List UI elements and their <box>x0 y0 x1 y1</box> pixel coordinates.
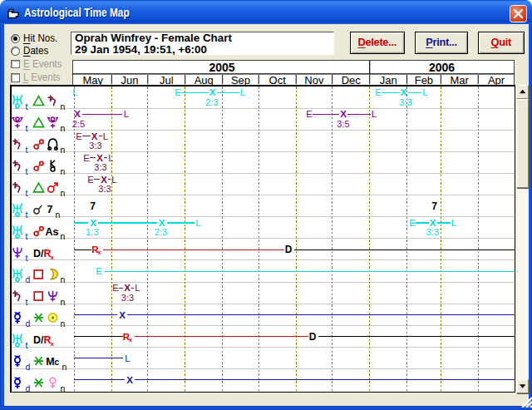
svg-text:n: n <box>61 123 66 133</box>
svg-text:n: n <box>62 362 67 372</box>
svg-text:X: X <box>124 283 131 293</box>
svg-text:E: E <box>76 131 82 141</box>
svg-text:n: n <box>61 145 66 155</box>
svg-text:E: E <box>87 175 94 185</box>
svg-text:L: L <box>372 109 377 119</box>
svg-text:X: X <box>430 218 436 228</box>
svg-text:X: X <box>209 87 216 97</box>
svg-text:L: L <box>451 218 457 228</box>
svg-text:Jun: Jun <box>121 74 139 86</box>
svg-text:E: E <box>96 266 102 276</box>
svg-text:3:5: 3:5 <box>337 119 349 129</box>
svg-text:3:3: 3:3 <box>121 293 134 303</box>
svg-text:Jul: Jul <box>160 74 174 86</box>
svg-text:t: t <box>26 231 28 241</box>
svg-text:Aug: Aug <box>195 74 214 86</box>
svg-text:x: x <box>98 249 101 255</box>
svg-text:n: n <box>61 274 66 284</box>
svg-text:D/: D/ <box>33 248 44 259</box>
svg-text:X: X <box>91 131 98 141</box>
svg-text:E: E <box>175 87 181 97</box>
svg-text:n: n <box>61 166 66 176</box>
svg-text:L: L <box>422 87 428 97</box>
svg-text:X: X <box>90 218 96 228</box>
svg-text:Sep: Sep <box>231 74 250 86</box>
svg-text:d: d <box>26 274 31 284</box>
svg-text:7: 7 <box>431 200 437 212</box>
svg-text:1:3: 1:3 <box>86 227 98 237</box>
svg-text:3:3: 3:3 <box>94 162 106 172</box>
svg-text:Jan: Jan <box>380 74 397 86</box>
svg-text:L: L <box>135 283 140 293</box>
svg-text:L: L <box>240 87 246 97</box>
svg-text:L: L <box>111 175 117 185</box>
svg-text:t: t <box>26 123 28 133</box>
svg-text:Mar: Mar <box>451 74 470 86</box>
svg-text:2:3: 2:3 <box>155 227 167 237</box>
svg-text:D: D <box>285 244 293 255</box>
svg-text:Dec: Dec <box>342 74 362 86</box>
svg-text:X: X <box>96 153 103 163</box>
svg-text:n: n <box>61 231 66 241</box>
svg-text:d: d <box>26 383 31 393</box>
svg-text:7: 7 <box>47 204 53 215</box>
svg-text:x: x <box>51 340 55 348</box>
svg-text:n: n <box>61 383 66 393</box>
svg-text:3:3: 3:3 <box>89 141 101 151</box>
svg-text:Nov: Nov <box>304 74 324 86</box>
svg-text:X: X <box>74 109 81 119</box>
svg-text:L: L <box>72 87 78 97</box>
svg-text:L: L <box>124 109 130 119</box>
svg-text:t: t <box>26 101 28 111</box>
svg-text:n: n <box>56 210 61 220</box>
svg-text:x: x <box>51 254 55 261</box>
svg-text:2006: 2006 <box>429 61 455 74</box>
svg-text:May: May <box>83 74 104 86</box>
svg-text:3:3: 3:3 <box>98 184 111 194</box>
svg-text:L: L <box>195 218 201 228</box>
svg-text:n: n <box>61 188 66 198</box>
svg-text:7: 7 <box>90 200 96 212</box>
svg-text:t: t <box>26 145 28 155</box>
svg-text:As: As <box>46 226 59 238</box>
svg-text:3:3: 3:3 <box>399 97 411 107</box>
svg-text:X: X <box>119 310 126 320</box>
svg-text:t: t <box>26 166 28 176</box>
svg-text:Apr: Apr <box>488 74 505 86</box>
svg-text:D/: D/ <box>33 334 44 346</box>
svg-text:M: M <box>46 356 54 368</box>
svg-text:n: n <box>61 319 66 328</box>
svg-text:3:3: 3:3 <box>426 227 439 237</box>
svg-text:L: L <box>103 131 109 141</box>
svg-text:X: X <box>340 109 347 119</box>
svg-text:t: t <box>26 297 28 307</box>
svg-text:X: X <box>401 87 407 97</box>
svg-text:d: d <box>26 319 31 328</box>
svg-text:t: t <box>26 210 28 220</box>
svg-text:n: n <box>61 297 66 307</box>
svg-text:X: X <box>159 218 165 228</box>
svg-text:X: X <box>126 375 133 385</box>
svg-text:2005: 2005 <box>209 61 234 74</box>
svg-text:E: E <box>306 109 313 119</box>
svg-text:2:3: 2:3 <box>205 97 218 107</box>
svg-text:c: c <box>55 358 60 367</box>
svg-text:x: x <box>129 337 132 343</box>
svg-text:X: X <box>101 175 107 185</box>
svg-text:t: t <box>26 340 28 350</box>
svg-text:t: t <box>26 188 28 198</box>
svg-text:Feb: Feb <box>415 74 433 86</box>
svg-text:L: L <box>108 153 114 163</box>
svg-text:E: E <box>112 283 119 293</box>
svg-text:E: E <box>409 218 416 228</box>
svg-text:d: d <box>26 362 31 372</box>
svg-text:Oct: Oct <box>269 74 287 86</box>
svg-text:2:5: 2:5 <box>72 119 85 129</box>
svg-text:E: E <box>375 87 382 97</box>
svg-text:D: D <box>309 331 317 343</box>
svg-text:E: E <box>83 153 90 163</box>
svg-text:t: t <box>26 253 28 263</box>
svg-text:L: L <box>125 353 131 363</box>
svg-text:n: n <box>61 101 66 111</box>
